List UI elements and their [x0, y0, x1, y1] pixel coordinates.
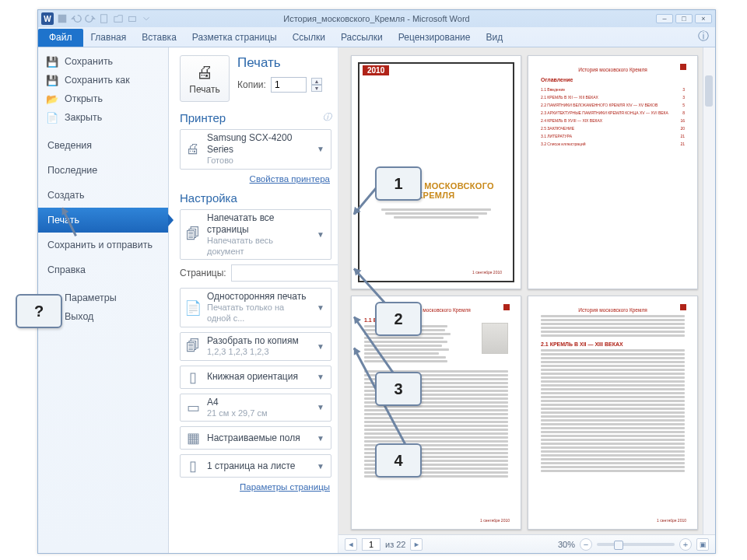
- spinner-up-icon[interactable]: ▲: [311, 78, 322, 85]
- printer-device-icon: 🖨: [184, 141, 202, 157]
- svg-rect-1: [101, 15, 107, 23]
- chevron-down-icon: ▼: [314, 373, 327, 381]
- quick-access-toolbar: W: [38, 12, 155, 25]
- svg-rect-2: [129, 16, 136, 21]
- print-button[interactable]: 🖨 Печать: [180, 55, 230, 102]
- close-button[interactable]: ×: [695, 14, 712, 23]
- sidebar-item-info[interactable]: Сведения: [38, 133, 168, 158]
- sidebar-item-label: Создать: [47, 190, 85, 201]
- qat-redo-icon[interactable]: [85, 13, 96, 24]
- prev-page-button[interactable]: ◄: [345, 538, 357, 551]
- preview-page-4[interactable]: История московского Кремля 2.1 КРЕМЛЬ В …: [528, 296, 698, 530]
- print-range-dropdown[interactable]: 🗐 Напечатать все страницы Напечатать вес…: [180, 209, 331, 261]
- tab-view[interactable]: Вид: [478, 29, 510, 47]
- tab-review[interactable]: Рецензирование: [391, 29, 479, 47]
- zoom-in-button[interactable]: +: [679, 538, 692, 551]
- chevron-down-icon: ▼: [314, 342, 327, 351]
- sidebar-item-label: Печать: [47, 215, 79, 226]
- page-number-badge: [680, 64, 686, 70]
- tab-file[interactable]: Файл: [38, 29, 83, 47]
- sidebar-item-label: Сохранить: [65, 56, 113, 67]
- sidebar-item-open[interactable]: 📂 Открыть: [38, 89, 168, 108]
- pages-icon: 🗐: [184, 226, 202, 243]
- pages-input[interactable]: [231, 264, 338, 282]
- printer-dropdown[interactable]: 🖨 Samsung SCX-4200 Series Готово ▼: [180, 129, 331, 170]
- copies-input[interactable]: [271, 77, 307, 93]
- cover-year: 2010: [363, 65, 389, 75]
- sidebar-item-label: Выход: [65, 311, 93, 322]
- sidebar-item-close[interactable]: 📄 Закрыть: [38, 108, 168, 127]
- one-sided-icon: 📄: [184, 299, 202, 317]
- qat-open-icon[interactable]: [113, 13, 124, 24]
- zoom-slider[interactable]: [597, 543, 675, 546]
- inline-image: [482, 323, 508, 354]
- word-app-icon[interactable]: W: [41, 12, 54, 25]
- spinner-down-icon[interactable]: ▼: [311, 85, 322, 92]
- tab-references[interactable]: Ссылки: [285, 29, 333, 47]
- page-setup-link[interactable]: Параметры страницы: [180, 482, 330, 492]
- paper-size-dropdown[interactable]: ▭ A4 21 см x 29,7 см ▼: [180, 394, 331, 422]
- sidebar-item-save-as[interactable]: 💾 Сохранить как: [38, 71, 168, 89]
- preview-scrollbar[interactable]: [703, 47, 715, 534]
- fit-page-button[interactable]: ▣: [696, 538, 709, 551]
- page-number-badge: [680, 304, 686, 310]
- copies-spinner[interactable]: ▲ ▼: [311, 78, 322, 92]
- qat-undo-icon[interactable]: [71, 13, 82, 24]
- sidebar-item-label: Закрыть: [65, 112, 102, 123]
- collate-icon: 🗐: [184, 338, 202, 355]
- page-footer: 1 сентября 2010: [472, 270, 502, 275]
- preview-status-bar: ◄ из 22 ► 30% − + ▣: [338, 534, 715, 553]
- print-button-label: Печать: [189, 84, 219, 95]
- toc-heading: Оглавление: [541, 77, 685, 82]
- qat-new-icon[interactable]: [99, 13, 110, 24]
- qat-quickprint-icon[interactable]: [127, 13, 138, 24]
- callout-1: 1: [375, 166, 422, 201]
- margins-dropdown[interactable]: ▦ Настраиваемые поля ▼: [180, 426, 331, 450]
- duplex-dropdown[interactable]: 📄 Односторонняя печать Печатать только н…: [180, 288, 331, 327]
- next-page-button[interactable]: ►: [410, 538, 423, 551]
- ribbon-help-icon[interactable]: ⓘ: [692, 26, 715, 47]
- callout-4: 4: [375, 443, 422, 478]
- title-bar: W История_московского_Кремля - Microsoft…: [38, 10, 715, 27]
- pages-per-sheet-dropdown[interactable]: ▯ 1 страница на листе ▼: [180, 454, 331, 478]
- ribbon-tabs: Файл Главная Вставка Разметка страницы С…: [38, 27, 715, 47]
- page-footer: 1 сентября 2010: [480, 518, 510, 523]
- printer-properties-link[interactable]: Свойства принтера: [180, 174, 330, 184]
- info-icon[interactable]: ⓘ: [323, 111, 331, 123]
- tab-page-layout[interactable]: Разметка страницы: [184, 29, 285, 47]
- sidebar-item-recent[interactable]: Последние: [38, 158, 168, 183]
- sidebar-item-print[interactable]: Печать: [38, 208, 168, 233]
- minimize-button[interactable]: –: [656, 14, 673, 23]
- qat-dropdown-icon[interactable]: [141, 13, 152, 24]
- sidebar-item-new[interactable]: Создать: [38, 183, 168, 208]
- preview-page-2[interactable]: История московского Кремля Оглавление 1.…: [528, 55, 698, 289]
- sidebar-item-share[interactable]: Сохранить и отправить: [38, 233, 168, 257]
- page-size-icon: ▭: [184, 399, 202, 416]
- printer-name: Samsung SCX-4200 Series: [207, 132, 309, 156]
- sidebar-item-label: Сохранить и отправить: [47, 240, 153, 250]
- orientation-dropdown[interactable]: ▯ Книжная ориентация ▼: [180, 366, 331, 389]
- sidebar-item-save[interactable]: 💾 Сохранить: [38, 52, 168, 71]
- tab-home[interactable]: Главная: [83, 29, 135, 47]
- page-number-input[interactable]: [362, 538, 381, 551]
- sidebar-item-label: Справка: [47, 264, 86, 275]
- zoom-out-button[interactable]: −: [580, 538, 592, 551]
- page-number-badge: [503, 304, 510, 310]
- sidebar-item-label: Параметры: [65, 292, 117, 303]
- chevron-down-icon: ▼: [314, 403, 327, 411]
- chevron-down-icon: ▼: [314, 434, 327, 443]
- portrait-icon: ▯: [184, 369, 202, 386]
- qat-save-icon[interactable]: [57, 13, 68, 24]
- collate-dropdown[interactable]: 🗐 Разобрать по копиям 1,2,3 1,2,3 1,2,3 …: [180, 332, 331, 361]
- tab-insert[interactable]: Вставка: [134, 29, 184, 47]
- sidebar-item-help[interactable]: Справка: [38, 257, 168, 282]
- callout-2: 2: [375, 302, 422, 336]
- maximize-button[interactable]: □: [675, 14, 693, 23]
- pages-label: Страницы:: [180, 268, 226, 278]
- printer-status: Готово: [207, 156, 309, 166]
- copies-label: Копии:: [237, 79, 266, 90]
- callout-question: ?: [16, 294, 62, 328]
- close-file-icon: 📄: [46, 111, 58, 124]
- settings-heading: Настройка: [180, 191, 331, 205]
- tab-mailings[interactable]: Рассылки: [333, 29, 391, 47]
